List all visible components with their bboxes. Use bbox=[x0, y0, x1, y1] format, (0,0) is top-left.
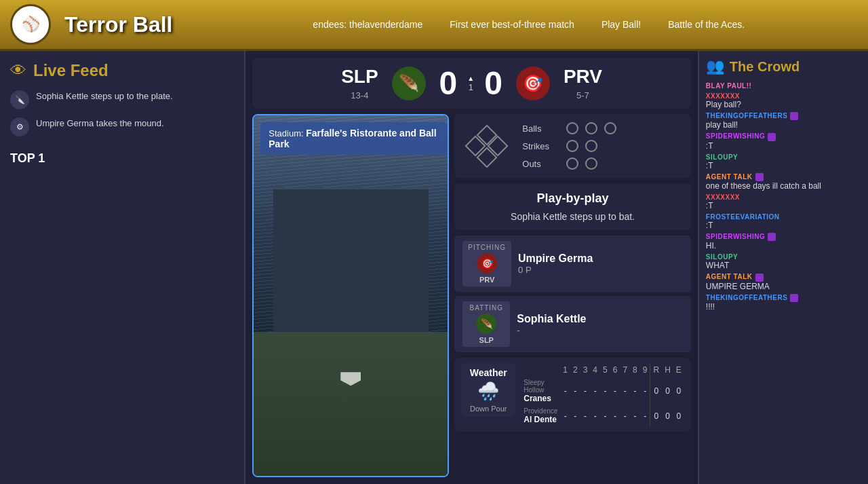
crowd-text-2: play ball! bbox=[706, 120, 861, 130]
pitching-team: PRV bbox=[479, 276, 494, 284]
play-by-play-panel: Play-by-play Sophia Kettle steps up to b… bbox=[454, 183, 691, 230]
app-title: Terror Ball bbox=[64, 12, 172, 37]
batting-stat: - bbox=[517, 325, 586, 335]
pitching-type: PITCHING bbox=[468, 244, 506, 251]
away-inn-7: - bbox=[620, 377, 630, 405]
eye-icon: 👁 bbox=[10, 61, 26, 80]
crowd-text-1: Play ball? bbox=[706, 100, 861, 109]
main-layout: 👁 Live Feed 🔪 Sophia Kettle steps up to … bbox=[0, 51, 868, 484]
home-inn-2: - bbox=[570, 405, 580, 426]
col-2: 2 bbox=[570, 363, 580, 377]
crowd-text-7: :T bbox=[706, 221, 861, 230]
crowd-username-3: SPIDERWISHING bbox=[706, 132, 861, 141]
pbp-text: Sophia Kettle steps up to bat. bbox=[465, 211, 681, 222]
pbp-title: Play-by-play bbox=[465, 191, 681, 206]
col-8: 8 bbox=[630, 363, 640, 377]
logo-icon: ⚾ bbox=[22, 16, 40, 33]
crowd-username-0: blay paul!! bbox=[706, 82, 861, 90]
header: ⚾ Terror Ball endees: thelavenderdame Fi… bbox=[0, 0, 868, 51]
away-inn-5: - bbox=[600, 377, 610, 405]
crowd-text-9: WHAT bbox=[706, 261, 861, 270]
strike-1 bbox=[566, 140, 578, 152]
badge-icon bbox=[768, 133, 776, 141]
marquee-attendees: endees: thelavenderdame bbox=[313, 19, 422, 30]
crowd-header: 👥 The Crowd bbox=[706, 58, 861, 75]
col-h: H bbox=[662, 363, 673, 377]
away-inn-6: - bbox=[610, 377, 620, 405]
stadium-label: Stadium: Farfalle's Ristorante and Ball … bbox=[260, 122, 448, 155]
away-name-row: Cranes bbox=[524, 394, 557, 403]
home-inn-5: - bbox=[600, 405, 610, 426]
home-inn-6: - bbox=[610, 405, 620, 426]
crowd-message-0: blay paul!! bbox=[706, 82, 861, 90]
scoreline-panel: Weather 🌧️ Down Pour 1 2 bbox=[454, 358, 691, 432]
crowd-icon: 👥 bbox=[706, 58, 724, 75]
away-inn-4: - bbox=[590, 377, 600, 405]
home-r: 0 bbox=[650, 405, 662, 426]
marquee-battle: Battle of the Aces. bbox=[668, 19, 745, 30]
header-marquee: endees: thelavenderdame First ever best-… bbox=[199, 19, 858, 30]
crowd-username-6: xXxXxXx bbox=[706, 193, 861, 201]
col-1: 1 bbox=[560, 363, 570, 377]
col-6: 6 bbox=[610, 363, 620, 377]
away-inn-1: - bbox=[560, 377, 570, 405]
crowd-message-6: xXxXxXx:T bbox=[706, 193, 861, 210]
outs-label: Outs bbox=[522, 159, 559, 169]
crowd-message-4: SILOUPY:T bbox=[706, 153, 861, 170]
feed-text-0: Sophia Kettle steps up to the plate. bbox=[36, 90, 173, 103]
crowd-message-7: FROSTEEVARIATION:T bbox=[706, 213, 861, 230]
away-inn-2: - bbox=[570, 377, 580, 405]
away-team-cell: Sleepy Hollow Cranes bbox=[521, 377, 560, 405]
crowd-username-2: THEKINGOFFEATHERS bbox=[706, 112, 861, 120]
batting-player-info: Sophia Kettle - bbox=[517, 313, 586, 335]
weather-type: Down Pour bbox=[470, 405, 507, 413]
home-inn-3: - bbox=[580, 405, 591, 426]
stadium-visual bbox=[254, 115, 448, 476]
pitching-card: PITCHING 🎯 PRV Umpire Germa 0 P bbox=[454, 236, 691, 292]
away-city: Sleepy Hollow bbox=[524, 379, 557, 394]
away-score: 0 bbox=[439, 64, 458, 102]
player-cards: PITCHING 🎯 PRV Umpire Germa 0 P BATTING … bbox=[454, 236, 691, 352]
col-3: 3 bbox=[580, 363, 591, 377]
pitching-label: PITCHING 🎯 PRV bbox=[462, 241, 511, 286]
home-inn-9: - bbox=[640, 405, 650, 426]
col-7: 7 bbox=[620, 363, 630, 377]
crowd-username-9: SILOUPY bbox=[706, 253, 861, 261]
home-score: 0 bbox=[484, 64, 502, 102]
home-h: 0 bbox=[662, 405, 673, 426]
crowd-title: The Crowd bbox=[730, 59, 800, 75]
away-h: 0 bbox=[662, 377, 673, 405]
table-row: Providence Al Dente - - - - - - bbox=[521, 405, 684, 426]
home-e: 0 bbox=[673, 405, 684, 426]
away-team-logo: 🪶 bbox=[392, 67, 426, 100]
home-city: Providence bbox=[524, 407, 557, 415]
crowd-username-5: AGENT TALK bbox=[706, 173, 861, 181]
stadium-section: Stadium: Farfalle's Ristorante and Ball … bbox=[252, 114, 449, 477]
balls-row: Balls bbox=[522, 122, 616, 134]
batting-team: SLP bbox=[479, 336, 494, 344]
feed-icon-1: ⚙ bbox=[10, 117, 29, 136]
table-row: Sleepy Hollow Cranes - - - - - - bbox=[521, 377, 684, 405]
home-team-name: PRV bbox=[564, 66, 602, 88]
home-inn-8: - bbox=[630, 405, 640, 426]
crowd-message-8: SPIDERWISHINGHI. bbox=[706, 233, 861, 250]
crowd-messages: blay paul!!xXxXxXxPlay ball?THEKINGOFFEA… bbox=[706, 82, 861, 477]
crowd-username-10: AGENT TALK bbox=[706, 273, 861, 281]
col-e: E bbox=[673, 363, 684, 377]
col-9: 9 bbox=[640, 363, 650, 377]
away-team-name: SLP bbox=[341, 66, 378, 88]
batting-player-name: Sophia Kettle bbox=[517, 313, 586, 325]
strikes-row: Strikes bbox=[522, 140, 616, 152]
badge-icon bbox=[790, 112, 798, 120]
weather-icon: 🌧️ bbox=[477, 381, 499, 402]
field-ground bbox=[254, 332, 448, 476]
batting-label: BATTING 🪶 SLP bbox=[462, 301, 510, 347]
bso-panel: Balls Strikes Outs bbox=[454, 114, 691, 178]
crowd-username-7: FROSTEEVARIATION bbox=[706, 213, 861, 221]
feed-item-1: ⚙ Umpire Germa takes the mound. bbox=[10, 117, 234, 136]
home-team-record: 5-7 bbox=[576, 90, 589, 100]
crowd-text-11: !!!! bbox=[706, 302, 861, 312]
crowd-text-10: UMPIRE GERMA bbox=[706, 282, 861, 291]
stadium-prefix: Stadium: bbox=[269, 128, 306, 138]
game-info-section: Balls Strikes Outs bbox=[454, 114, 691, 477]
